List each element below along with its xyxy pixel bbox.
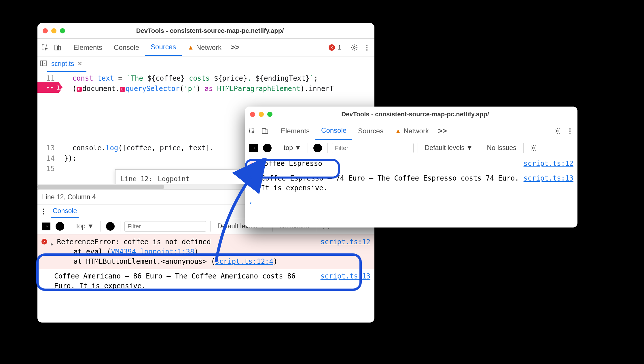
show-sidebar-icon[interactable] [248, 142, 259, 154]
file-tab-script-ts[interactable]: script.ts ✕ [47, 56, 86, 72]
settings-icon[interactable] [348, 41, 361, 54]
panel-tabbar: Elements Console Sources ▲Network >> ⋮ [245, 122, 577, 140]
log-levels-value: Default levels [425, 144, 465, 152]
separator [70, 221, 70, 232]
inspect-element-icon[interactable] [246, 125, 259, 137]
more-menu-icon[interactable]: ⋮ [564, 125, 576, 137]
minimize-window-button[interactable] [259, 112, 264, 117]
show-sidebar-icon[interactable] [40, 221, 52, 232]
device-toolbar-icon[interactable] [259, 125, 271, 137]
separator [120, 221, 120, 232]
live-expression-icon[interactable] [105, 221, 116, 232]
issues-button[interactable]: No Issues [484, 144, 519, 152]
svg-point-24 [533, 147, 535, 149]
clear-console-icon[interactable] [262, 142, 273, 154]
message-source-link[interactable]: script.ts:12 [524, 159, 573, 168]
tab-console[interactable]: Console [108, 39, 145, 56]
chevron-down-icon: ▼ [466, 144, 473, 152]
separator [273, 126, 273, 136]
context-value: top [76, 222, 86, 230]
more-menu-icon[interactable]: ⋮ [361, 41, 373, 54]
console-filter-input[interactable] [332, 143, 414, 153]
tab-network[interactable]: ▲Network [389, 122, 435, 140]
separator [100, 221, 101, 232]
separator [523, 143, 524, 153]
message-source-link[interactable]: script.ts:13 [321, 271, 370, 281]
console-settings-icon[interactable] [528, 142, 539, 154]
close-window-button[interactable] [43, 28, 48, 33]
svg-rect-2 [58, 46, 60, 50]
tab-network-label: Network [196, 43, 221, 52]
console-prompt[interactable]: › [245, 195, 577, 210]
minimize-window-button[interactable] [51, 28, 56, 33]
tab-sources[interactable]: Sources [145, 39, 182, 56]
console-log-message[interactable]: Coffee Americano – 86 Euro – The Coffee … [37, 269, 374, 293]
svg-rect-4 [41, 61, 46, 66]
tab-elements[interactable]: Elements [68, 39, 108, 56]
console-logpoint-message[interactable]: Coffee Espresso script.ts:12 [245, 156, 577, 171]
message-source-link[interactable]: script.ts:13 [524, 173, 573, 183]
show-navigator-icon[interactable] [40, 60, 47, 69]
console-error-message[interactable]: ✕ ▶ ReferenceError: coffee is not define… [37, 234, 374, 269]
svg-rect-7 [42, 222, 50, 230]
message-source-link[interactable]: script.ts:12 [321, 237, 370, 247]
logpoint-body: Coffee Espresso [260, 159, 520, 168]
drawer-menu-icon[interactable]: ⋮ [40, 207, 48, 215]
separator [308, 143, 308, 153]
log-levels-dropdown[interactable]: Default levels ▼ [422, 144, 476, 152]
tab-sources[interactable]: Sources [352, 122, 389, 140]
svg-point-23 [313, 144, 322, 152]
tab-console[interactable]: Console [315, 122, 352, 140]
clear-console-icon[interactable] [54, 221, 66, 232]
error-counter[interactable]: ✕ 1 [326, 44, 344, 51]
settings-icon[interactable] [551, 125, 564, 137]
stack-link-vm[interactable]: VM4394 logpoint:1:38 [111, 248, 194, 256]
error-icon: ✕ [329, 44, 335, 51]
window-title: DevTools - consistent-source-map-pc.netl… [278, 111, 572, 118]
file-tabbar: script.ts ✕ [37, 56, 374, 72]
console-filter-input[interactable] [124, 221, 206, 232]
tabs-overflow-button[interactable]: >> [435, 126, 450, 135]
titlebar: DevTools - consistent-source-map-pc.netl… [245, 107, 577, 122]
logpoint-marker[interactable]: 12 [37, 82, 63, 93]
tab-network[interactable]: ▲Network [182, 39, 227, 56]
drawer-tab-console[interactable]: Console [51, 205, 79, 218]
error-icon: ✕ [41, 239, 47, 244]
device-toolbar-icon[interactable] [51, 41, 64, 54]
zoom-window-button[interactable] [267, 112, 272, 117]
line-number[interactable]: 15 [37, 164, 60, 174]
window-title: DevTools - consistent-source-map-pc.netl… [71, 27, 369, 35]
separator [277, 143, 277, 153]
separator [66, 42, 66, 53]
popup-line-label: Line 12: [121, 174, 153, 184]
error-line-2-pre: at eval ( [57, 248, 111, 256]
zoom-window-button[interactable] [60, 28, 65, 33]
expand-caret-icon[interactable]: ▶ [51, 239, 54, 249]
close-icon[interactable]: ✕ [77, 60, 82, 67]
context-dropdown[interactable]: top ▼ [281, 144, 304, 152]
console-output: ✕ ▶ ReferenceError: coffee is not define… [37, 234, 374, 293]
breakpoint-type-dropdown[interactable]: Logpoint [158, 174, 192, 184]
error-count: 1 [338, 44, 341, 51]
titlebar: DevTools - consistent-source-map-pc.netl… [37, 23, 374, 39]
separator [324, 42, 324, 53]
warning-icon: ▲ [187, 44, 194, 51]
cursor-position: Line 12, Column 4 [42, 193, 96, 201]
tab-elements[interactable]: Elements [275, 122, 315, 140]
file-tab-label: script.ts [51, 60, 74, 68]
annotation-arrow [207, 158, 268, 268]
traffic-lights [43, 28, 65, 33]
live-expression-icon[interactable] [312, 142, 323, 154]
inspect-element-icon[interactable] [39, 41, 51, 54]
line-number[interactable]: 13 [37, 143, 60, 153]
svg-rect-15 [262, 128, 266, 133]
error-line-3-pre: at HTMLButtonElement.<anonymous> ( [57, 257, 215, 266]
line-number[interactable]: 14 [37, 153, 60, 164]
close-window-button[interactable] [250, 112, 255, 117]
scrollbar-thumb[interactable] [37, 185, 164, 189]
context-dropdown[interactable]: top ▼ [74, 222, 96, 230]
tabs-overflow-button[interactable]: >> [227, 43, 243, 52]
traffic-lights [250, 112, 272, 117]
console-log-message[interactable]: Coffee Espresso – 74 Euro – The Coffee E… [245, 171, 577, 195]
line-number[interactable]: 11 [37, 73, 60, 84]
